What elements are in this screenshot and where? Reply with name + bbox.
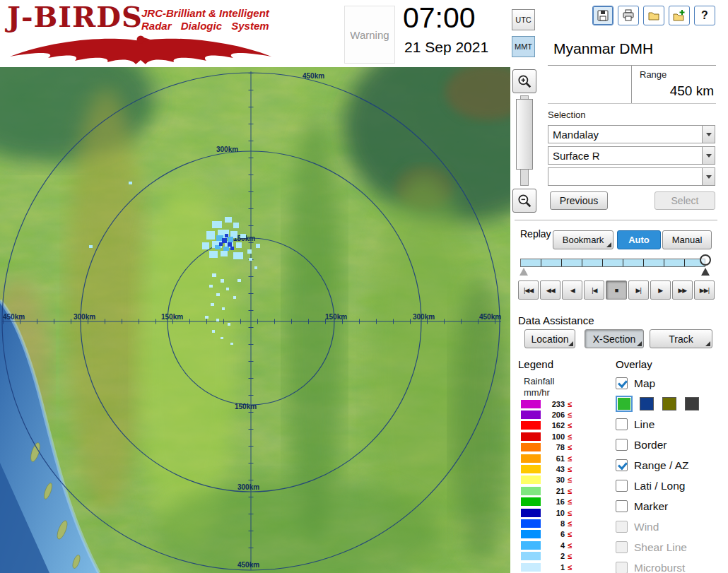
legend-color-swatch	[521, 530, 541, 538]
legend-color-swatch	[521, 552, 541, 560]
ring-label-150-left: 150km	[161, 313, 183, 321]
location-button[interactable]: Location	[524, 329, 575, 348]
legend-value: 8	[544, 519, 565, 528]
overlay-row-border: Border	[616, 435, 725, 455]
previous-button[interactable]: Previous	[550, 191, 608, 210]
print-button[interactable]	[618, 6, 639, 25]
open-folder-icon	[647, 8, 661, 23]
manual-replay-button[interactable]: Manual	[662, 230, 712, 249]
replay-timeline-track[interactable]	[520, 259, 705, 267]
overlay-row-range-az: Range / AZ	[616, 455, 725, 475]
legend-color-swatch	[521, 443, 541, 451]
line-checkbox[interactable]	[616, 418, 628, 430]
legend-color-swatch	[521, 475, 541, 484]
legend-le-symbol: ≤	[568, 530, 572, 538]
fast-rewind-button[interactable]: ◀◀	[540, 280, 560, 300]
auto-replay-button[interactable]: Auto	[617, 230, 661, 249]
legend-value: 78	[544, 443, 565, 451]
legend-color-swatch	[521, 563, 541, 572]
bookmark-button[interactable]: Bookmark	[553, 230, 613, 249]
map-color-swatch-green[interactable]	[617, 397, 631, 410]
track-button[interactable]: Track	[650, 329, 712, 348]
legend-row: 30≤	[521, 475, 613, 485]
legend-row: 2≤	[521, 550, 613, 561]
overlay-label: Map	[634, 377, 655, 390]
range-bottom-divider	[548, 103, 716, 104]
map-color-swatch-navy[interactable]	[640, 397, 654, 410]
map-color-swatch-olive[interactable]	[662, 397, 676, 410]
timezone-mmt-button[interactable]: MMT	[512, 36, 535, 57]
legend-le-symbol: ≤	[568, 497, 572, 506]
timeline-start-marker[interactable]	[519, 268, 528, 276]
legend-row: 162≤	[521, 420, 613, 431]
legend-value: 10	[544, 509, 565, 517]
legend-le-symbol: ≤	[568, 465, 572, 473]
microburst-checkbox	[616, 562, 628, 573]
overlay-row-marker: Marker	[616, 496, 725, 516]
warning-button[interactable]: Warning	[344, 6, 395, 64]
legend-title: Legend	[518, 358, 553, 370]
legend-le-symbol: ≤	[568, 432, 572, 441]
help-button[interactable]: ?	[694, 6, 715, 25]
overlay-row-line: Line	[616, 414, 725, 435]
legend-row: 10≤	[521, 507, 613, 518]
panel-divider	[548, 65, 716, 66]
legend-value: 162	[544, 421, 565, 430]
step-back-button[interactable]: |◀	[584, 280, 604, 300]
save-button[interactable]	[592, 6, 613, 25]
zoom-in-button[interactable]	[512, 69, 536, 93]
save-icon	[596, 8, 610, 23]
zoom-slider-handle[interactable]	[516, 99, 533, 170]
export-button[interactable]	[669, 6, 690, 25]
stop-button[interactable]: ■	[606, 280, 626, 300]
chevron-down-icon	[706, 133, 712, 136]
select-button[interactable]: Select	[654, 191, 715, 210]
step-forward-button[interactable]: ▶|	[628, 280, 649, 300]
site-combo[interactable]: Mandalay	[548, 125, 715, 143]
ring-label-300-right: 300km	[413, 313, 435, 321]
product-combo-arrow[interactable]	[702, 147, 715, 164]
zoom-out-button[interactable]	[512, 189, 536, 213]
site-combo-arrow[interactable]	[702, 126, 715, 143]
timezone-utc-button[interactable]: UTC	[512, 9, 535, 30]
legend-row: 233≤	[521, 398, 613, 409]
selection-label: Selection	[548, 110, 585, 120]
ring-label-300-bottom: 300km	[237, 483, 259, 491]
legend-row: 61≤	[521, 453, 613, 463]
skip-to-start-button[interactable]: |◀◀	[518, 280, 539, 300]
play-button[interactable]: ▶	[650, 280, 671, 300]
extra-combo-arrow[interactable]	[702, 168, 715, 185]
lati-long-checkbox[interactable]	[616, 480, 628, 492]
site-combo-value: Mandalay	[548, 129, 702, 141]
overlay-label: Marker	[634, 500, 668, 513]
legend-scale: 233≤ 206≤ 162≤ 100≤ 78≤ 61≤ 43≤ 30≤ 21≤ …	[521, 398, 613, 572]
overlay-row-wind: Wind	[616, 516, 725, 537]
map-checkbox[interactable]	[616, 377, 628, 389]
legend-row: 16≤	[521, 497, 613, 507]
legend-le-symbol: ≤	[568, 519, 572, 528]
range-az-checkbox[interactable]	[616, 459, 628, 471]
app-logo-subtitle: JRC-Brilliant & Intelligent Radar Dialog…	[141, 7, 269, 33]
legend-value: 30	[544, 475, 565, 484]
radar-map-display[interactable]: 450km 300km 150km 150km 300km 450km 450k…	[0, 67, 510, 573]
legend-value: 61	[544, 454, 565, 463]
marker-checkbox[interactable]	[616, 500, 628, 512]
skip-to-end-button[interactable]: ▶▶|	[694, 280, 715, 300]
legend-le-symbol: ≤	[568, 475, 572, 484]
map-color-swatch-gray[interactable]	[685, 397, 699, 410]
replay-label: Replay	[520, 228, 551, 240]
range-value: 450 km	[631, 83, 714, 99]
product-combo[interactable]: Surface R	[548, 146, 715, 165]
legend-color-swatch	[521, 541, 541, 550]
xsection-button[interactable]: X-Section	[585, 329, 644, 348]
timeline-handle[interactable]	[700, 254, 711, 266]
fast-forward-button[interactable]: ▶▶	[672, 280, 693, 300]
timeline-position-marker[interactable]	[701, 268, 710, 276]
open-folder-button[interactable]	[643, 6, 664, 25]
extra-combo[interactable]	[548, 167, 715, 186]
wind-checkbox	[616, 521, 628, 533]
legend-row: 6≤	[521, 529, 613, 540]
border-checkbox[interactable]	[616, 439, 628, 451]
play-backward-button[interactable]: ◀	[562, 280, 582, 300]
ring-label-150-right: 150km	[325, 313, 347, 321]
